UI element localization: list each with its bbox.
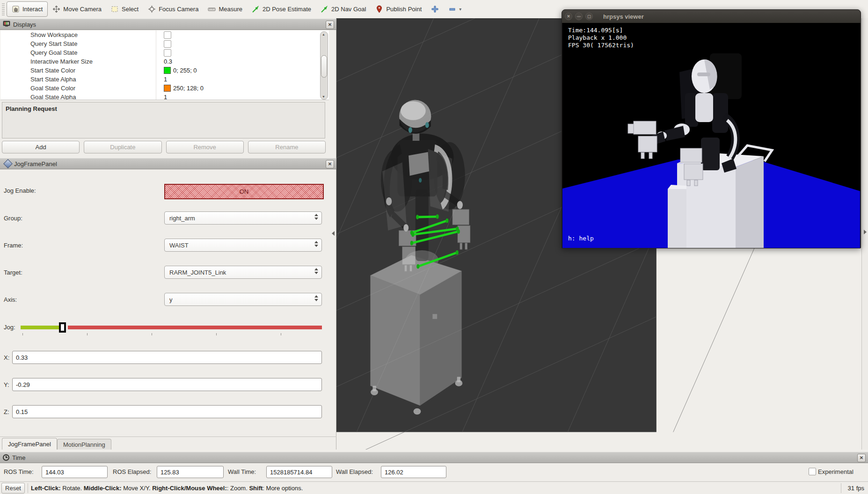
x-input[interactable]: 0.33 [12,351,322,364]
hud-fps-text: FPS 30( 17562tris) [568,42,634,49]
displays-panel-title: Displays [13,21,36,28]
close-icon[interactable]: ✕ [326,160,334,168]
clock-icon [3,454,9,461]
spinner-arrows-icon[interactable] [314,241,318,247]
jog-slider[interactable] [21,325,322,330]
property-row[interactable]: Show Workspace [0,30,329,39]
time-panel-title: Time [12,454,25,461]
property-row[interactable]: Interactive Marker Size 0.3 [0,57,329,66]
jog-enable-label: Jog Enable: [4,187,36,194]
collapse-left-arrow-icon[interactable] [332,231,335,236]
add-button[interactable]: Add [2,141,80,153]
property-value[interactable]: 1 [164,76,167,83]
toolbar-drag-handle[interactable] [2,3,5,15]
displays-panel-header[interactable]: Displays ✕ [0,19,336,30]
wall-time-input[interactable]: 1528185714.84 [266,466,332,478]
add-tool-button[interactable] [426,2,444,16]
tab-jogframepanel[interactable]: JogFramePanel [2,438,57,450]
move-camera-tool-button[interactable]: Move Camera [48,2,106,16]
select-tool-button[interactable]: Select [106,2,143,16]
status-bar: Reset Left-Click: Rotate. Middle-Click: … [0,481,868,494]
nav-goal-tool-button[interactable]: 2D Nav Goal [316,2,371,16]
window-close-icon[interactable]: ✕ [565,13,572,20]
query-goal-state-checkbox[interactable] [164,49,171,57]
hrpsys-viewer-window[interactable]: ✕ — ▢ hrpsys viewer [562,9,861,248]
dropdown-arrow-icon[interactable]: ▾ [459,7,461,12]
jog-slider-handle[interactable] [59,322,66,333]
ros-elapsed-label: ROS Elapsed: [113,468,151,475]
start-state-color-swatch[interactable] [164,67,171,74]
reset-button[interactable]: Reset [1,483,25,494]
spinner-arrows-icon[interactable] [314,295,318,301]
measure-icon [208,5,216,13]
group-label: Group: [4,215,22,222]
collapse-right-arrow-icon[interactable] [864,230,867,234]
window-minimize-icon[interactable]: — [575,13,583,20]
property-row[interactable]: Goal State Color 250; 128; 0 [0,84,329,93]
remove-button[interactable]: Remove [166,141,244,153]
tool-label: Interact [22,6,43,13]
rename-button[interactable]: Rename [248,141,326,153]
ros-elapsed-input[interactable]: 125.83 [157,466,224,478]
close-icon[interactable]: ✕ [326,21,334,29]
tab-motionplanning[interactable]: MotionPlanning [57,439,111,450]
y-input[interactable]: -0.29 [12,378,322,391]
x-label: X: [4,354,9,361]
property-row[interactable]: Query Start State [0,39,329,48]
pose-estimate-tool-button[interactable]: 2D Pose Estimate [247,2,316,16]
pose-estimate-arrow-icon [252,5,260,13]
property-row[interactable]: Goal State Alpha 1 [0,93,329,100]
window-maximize-icon[interactable]: ▢ [585,13,593,20]
property-row[interactable]: Query Goal State [0,48,329,57]
hud-help-text: h: help [568,235,594,242]
close-icon[interactable]: ✕ [857,454,866,462]
target-select[interactable]: RARM_JOINT5_Link [164,266,322,279]
plus-icon [431,5,439,13]
displays-scrollbar[interactable]: ▲ ▼ [320,31,328,100]
experimental-checkbox[interactable] [809,468,816,475]
time-panel-header[interactable]: Time ✕ [0,452,868,463]
frame-label: Frame: [4,242,23,249]
target-label: Target: [4,269,22,276]
tool-label: Focus Camera [159,6,198,13]
scroll-up-icon[interactable]: ▲ [322,33,325,36]
z-input[interactable]: 0.15 [12,405,322,418]
property-value[interactable]: 1 [164,94,167,100]
property-row[interactable]: Start State Color 0; 255; 0 [0,66,329,75]
duplicate-button[interactable]: Duplicate [84,141,161,153]
nav-goal-arrow-icon [321,5,328,13]
ros-time-input[interactable]: 144.03 [42,466,108,478]
property-value[interactable]: 0.3 [164,58,172,65]
show-workspace-checkbox[interactable] [164,31,171,39]
spinner-arrows-icon[interactable] [314,214,318,220]
query-start-state-checkbox[interactable] [164,40,171,48]
scrollbar-thumb[interactable] [321,55,327,78]
group-select[interactable]: right_arm [164,211,322,225]
publish-point-tool-button[interactable]: Publish Point [371,2,426,16]
scroll-down-icon[interactable]: ▼ [322,95,325,98]
tool-label: Move Camera [63,6,102,13]
property-value: 0; 255; 0 [173,67,197,74]
hand-icon [12,5,20,13]
spinner-arrows-icon[interactable] [314,268,318,274]
hrpsys-scene [562,23,860,248]
remove-tool-button[interactable]: ▾ [444,2,466,16]
tool-label: Select [122,6,139,13]
hrpsys-viewport[interactable]: Time:144.095[s] Playback x 1.000 FPS 30(… [562,23,860,248]
goal-state-color-swatch[interactable] [164,85,171,92]
property-value: 250; 128; 0 [173,85,204,92]
jog-enable-on-button[interactable]: ON [164,184,324,199]
focus-camera-tool-button[interactable]: Focus Camera [143,2,203,16]
wall-elapsed-input[interactable]: 126.02 [381,466,446,478]
hud-time-text: Time:144.095[s] [568,27,623,34]
focus-camera-icon [148,5,156,13]
frame-select[interactable]: WAIST [164,239,322,252]
measure-tool-button[interactable]: Measure [203,2,247,16]
jogframepanel-header[interactable]: JogFramePanel ✕ [0,158,336,169]
fps-counter: 31 fps [844,485,868,492]
property-row[interactable]: Start State Alpha 1 [0,75,329,84]
hrpsys-titlebar[interactable]: ✕ — ▢ hrpsys viewer [562,10,861,23]
interact-tool-button[interactable]: Interact [7,1,48,17]
axis-select[interactable]: y [164,293,322,306]
wall-elapsed-label: Wall Elapsed: [336,468,373,475]
